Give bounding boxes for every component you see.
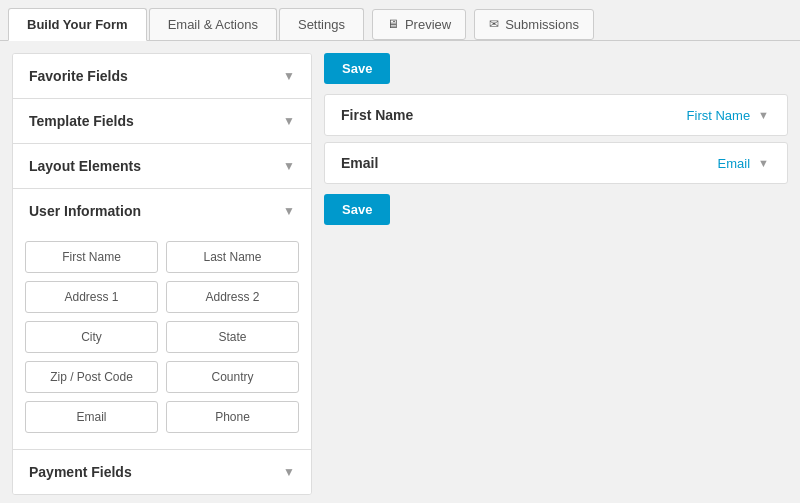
submissions-icon: ✉ bbox=[489, 17, 499, 31]
tab-preview-label: Preview bbox=[405, 17, 451, 32]
field-btn-country[interactable]: Country bbox=[166, 361, 299, 393]
sidebar-section-template: Template Fields ▼ bbox=[13, 99, 311, 144]
field-btn-address2[interactable]: Address 2 bbox=[166, 281, 299, 313]
sidebar-section-payment: Payment Fields ▼ bbox=[13, 450, 311, 494]
chevron-user-info-icon: ▼ bbox=[283, 204, 295, 218]
save-button-bottom[interactable]: Save bbox=[324, 194, 390, 225]
sidebar-section-title-favorite: Favorite Fields bbox=[29, 68, 128, 84]
form-field-label-email: Email bbox=[341, 155, 378, 171]
field-dropdown-btn-email[interactable]: ▼ bbox=[756, 157, 771, 169]
sidebar-section-title-payment: Payment Fields bbox=[29, 464, 132, 480]
tab-submissions-label: Submissions bbox=[505, 17, 579, 32]
field-btn-zip[interactable]: Zip / Post Code bbox=[25, 361, 158, 393]
sidebar-section-layout: Layout Elements ▼ bbox=[13, 144, 311, 189]
form-field-right-email: Email ▼ bbox=[718, 156, 771, 171]
field-btn-phone[interactable]: Phone bbox=[166, 401, 299, 433]
sidebar-section-header-payment[interactable]: Payment Fields ▼ bbox=[13, 450, 311, 494]
form-field-row-email: Email Email ▼ bbox=[324, 142, 788, 184]
form-field-label-firstname: First Name bbox=[341, 107, 413, 123]
chevron-favorite-icon: ▼ bbox=[283, 69, 295, 83]
field-btn-state[interactable]: State bbox=[166, 321, 299, 353]
sidebar-section-title-layout: Layout Elements bbox=[29, 158, 141, 174]
user-info-field-grid: First Name Last Name Address 1 Address 2… bbox=[25, 241, 299, 433]
form-field-value-firstname: First Name bbox=[687, 108, 751, 123]
field-btn-first-name[interactable]: First Name bbox=[25, 241, 158, 273]
tab-build[interactable]: Build Your Form bbox=[8, 8, 147, 41]
form-field-value-email: Email bbox=[718, 156, 751, 171]
sidebar-section-title-template: Template Fields bbox=[29, 113, 134, 129]
field-btn-last-name[interactable]: Last Name bbox=[166, 241, 299, 273]
sidebar-section-content-user-info: First Name Last Name Address 1 Address 2… bbox=[13, 233, 311, 449]
field-btn-city[interactable]: City bbox=[25, 321, 158, 353]
sidebar-section-favorite: Favorite Fields ▼ bbox=[13, 54, 311, 99]
chevron-payment-icon: ▼ bbox=[283, 465, 295, 479]
sidebar: Favorite Fields ▼ Template Fields ▼ Layo… bbox=[12, 53, 312, 495]
tab-settings[interactable]: Settings bbox=[279, 8, 364, 40]
sidebar-section-header-template[interactable]: Template Fields ▼ bbox=[13, 99, 311, 143]
tab-preview[interactable]: 🖥 Preview bbox=[372, 9, 466, 40]
tab-bar: Build Your Form Email & Actions Settings… bbox=[0, 0, 800, 41]
form-field-row-firstname: First Name First Name ▼ bbox=[324, 94, 788, 136]
tab-email[interactable]: Email & Actions bbox=[149, 8, 277, 40]
sidebar-section-title-user-info: User Information bbox=[29, 203, 141, 219]
field-btn-email[interactable]: Email bbox=[25, 401, 158, 433]
sidebar-section-header-user-info[interactable]: User Information ▼ bbox=[13, 189, 311, 233]
sidebar-section-header-favorite[interactable]: Favorite Fields ▼ bbox=[13, 54, 311, 98]
form-field-right-firstname: First Name ▼ bbox=[687, 108, 771, 123]
field-btn-address1[interactable]: Address 1 bbox=[25, 281, 158, 313]
tab-submissions[interactable]: ✉ Submissions bbox=[474, 9, 594, 40]
sidebar-section-user-info: User Information ▼ First Name Last Name … bbox=[13, 189, 311, 450]
sidebar-section-header-layout[interactable]: Layout Elements ▼ bbox=[13, 144, 311, 188]
chevron-layout-icon: ▼ bbox=[283, 159, 295, 173]
form-area: Save First Name First Name ▼ Email Email… bbox=[324, 53, 788, 495]
chevron-template-icon: ▼ bbox=[283, 114, 295, 128]
app-wrapper: Build Your Form Email & Actions Settings… bbox=[0, 0, 800, 503]
preview-icon: 🖥 bbox=[387, 17, 399, 31]
field-dropdown-btn-firstname[interactable]: ▼ bbox=[756, 109, 771, 121]
save-button-top[interactable]: Save bbox=[324, 53, 390, 84]
main-content: Favorite Fields ▼ Template Fields ▼ Layo… bbox=[0, 41, 800, 503]
